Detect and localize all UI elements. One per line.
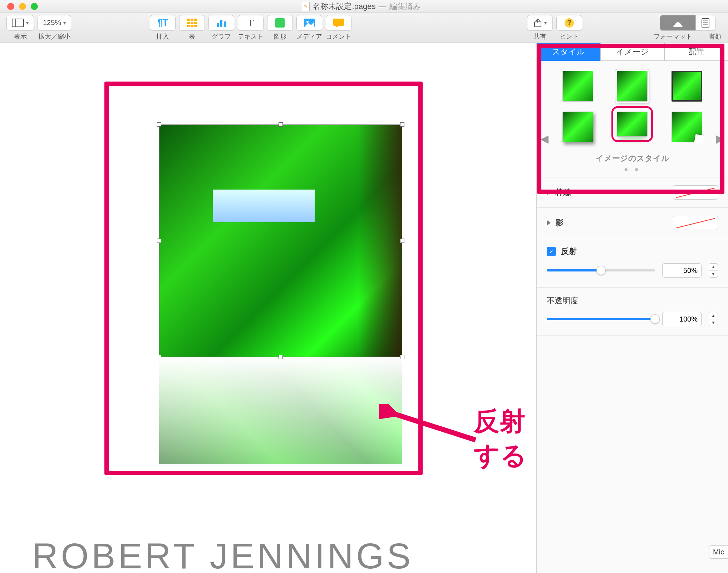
disclosure-triangle-icon <box>547 190 551 195</box>
svg-rect-0 <box>12 19 24 27</box>
tab-style[interactable]: スタイル <box>537 43 600 61</box>
stepper-down-icon[interactable]: ▼ <box>709 319 718 326</box>
zoom-value: 125% <box>43 19 61 27</box>
style-thumb-reflection[interactable] <box>617 112 648 137</box>
text-label: テキスト <box>238 32 264 41</box>
slider-knob[interactable] <box>596 266 606 275</box>
stepper-up-icon[interactable]: ▲ <box>709 264 718 271</box>
chevron-down-icon: ▾ <box>26 20 29 26</box>
format-button[interactable] <box>660 15 695 31</box>
image-styles-panel: ◀ ▶ イメージのスタイル ● ● <box>537 61 728 177</box>
window-title: ✎ 名称未設定.pages — 編集済み <box>38 1 685 12</box>
insert-label: 挿入 <box>156 32 169 41</box>
border-section[interactable]: 枠線 <box>537 177 728 207</box>
style-thumb-curl[interactable] <box>672 112 702 142</box>
opacity-slider[interactable] <box>547 318 655 320</box>
resize-handle-mr[interactable] <box>400 239 404 243</box>
view-button[interactable]: ▾ <box>6 15 34 31</box>
style-thumb-framed[interactable] <box>617 71 648 102</box>
share-label: 共有 <box>533 32 546 41</box>
opacity-slider-row: 100% ▲▼ <box>537 308 728 336</box>
stepper-up-icon[interactable]: ▲ <box>709 312 718 319</box>
media-button[interactable] <box>296 15 322 31</box>
inspector-tabs: スタイル イメージ 配置 <box>537 43 728 61</box>
chart-button[interactable] <box>208 15 234 31</box>
insert-button[interactable]: ¶T <box>150 15 176 31</box>
chevron-down-icon: ▾ <box>544 20 547 26</box>
svg-rect-15 <box>674 26 682 27</box>
shape-label: 図形 <box>274 32 286 41</box>
svg-rect-7 <box>217 23 219 27</box>
share-button[interactable]: ▾ <box>527 15 553 31</box>
style-thumb-shadow[interactable] <box>562 112 593 142</box>
resize-handle-tl[interactable] <box>157 122 161 127</box>
resize-handle-bm[interactable] <box>279 355 283 359</box>
resize-handle-bl[interactable] <box>157 355 161 359</box>
shadow-section[interactable]: 影 <box>537 207 728 238</box>
toolbar: ▾ 表示 125% ▾ 拡大／縮小 ¶T挿入 表 グラフ Tテキスト 図形 メデ… <box>0 13 728 43</box>
styles-page-dots[interactable]: ● ● <box>543 165 722 173</box>
window-titlebar: ✎ 名称未設定.pages — 編集済み <box>0 0 728 13</box>
comment-button[interactable] <box>326 15 351 31</box>
reflection-label: 反射 <box>561 246 577 257</box>
table-label: 表 <box>189 32 195 41</box>
shadow-swatch-none[interactable] <box>673 216 718 230</box>
reflection-slider-row: 50% ▲▼ <box>537 260 728 287</box>
resize-handle-br[interactable] <box>400 355 404 359</box>
reflection-slider[interactable] <box>547 269 655 271</box>
document-canvas[interactable]: ROBERT JENNINGS 反射する <box>0 43 536 573</box>
tab-arrange[interactable]: 配置 <box>664 43 728 61</box>
styles-next-button[interactable]: ▶ <box>716 132 724 145</box>
document-button[interactable] <box>695 15 715 31</box>
minimize-window-button[interactable] <box>19 3 26 10</box>
view-label: 表示 <box>14 32 27 41</box>
traffic-lights <box>0 3 38 10</box>
reflection-stepper[interactable]: ▲▼ <box>709 263 718 278</box>
stepper-down-icon[interactable]: ▼ <box>709 271 718 278</box>
opacity-value-field[interactable]: 100% <box>662 312 702 326</box>
zoom-window-button[interactable] <box>31 3 38 10</box>
zoom-group: 125% ▾ 拡大／縮小 <box>38 15 71 41</box>
hint-button[interactable]: ? <box>556 15 582 31</box>
style-thumb-plain[interactable] <box>562 71 593 102</box>
tab-image[interactable]: イメージ <box>600 43 664 61</box>
image-reflection <box>159 357 402 464</box>
selected-image[interactable] <box>159 124 402 357</box>
slider-knob[interactable] <box>650 314 660 324</box>
document-icon: ✎ <box>302 2 310 11</box>
reflection-value-field[interactable]: 50% <box>662 263 702 278</box>
table-button[interactable] <box>179 15 205 31</box>
svg-rect-16 <box>702 19 709 27</box>
chart-label: グラフ <box>212 32 231 41</box>
svg-rect-9 <box>224 21 226 27</box>
media-label: メディア <box>296 32 322 41</box>
styles-prev-button[interactable]: ◀ <box>540 132 549 145</box>
corner-badge[interactable]: Mic <box>709 545 728 559</box>
svg-rect-10 <box>275 18 285 28</box>
document-edited-status: 編集済み <box>389 1 421 12</box>
format-doc-group: フォーマット 書類 <box>654 15 722 41</box>
page-heading: ROBERT JENNINGS <box>32 535 413 573</box>
format-inspector: スタイル イメージ 配置 ◀ ▶ イメージのスタイル ● ● 枠線 影 <box>536 43 728 573</box>
hint-label: ヒント <box>560 32 579 41</box>
title-separator: — <box>379 2 387 11</box>
svg-rect-2 <box>187 19 197 27</box>
document-label: 書類 <box>709 32 722 41</box>
border-label: 枠線 <box>556 187 571 198</box>
resize-handle-ml[interactable] <box>157 239 161 243</box>
format-label: フォーマット <box>654 32 692 41</box>
zoom-button[interactable]: 125% ▾ <box>38 15 71 31</box>
opacity-stepper[interactable]: ▲▼ <box>709 312 718 326</box>
resize-handle-tr[interactable] <box>400 122 404 127</box>
border-swatch-none[interactable] <box>673 185 718 200</box>
text-button[interactable]: T <box>238 15 264 31</box>
opacity-label: 不透明度 <box>537 287 728 308</box>
shape-button[interactable] <box>267 15 293 31</box>
style-thumb-border[interactable] <box>672 71 702 102</box>
reflection-section-header: ✓ 反射 <box>537 238 728 260</box>
reflection-checkbox[interactable]: ✓ <box>547 247 556 256</box>
resize-handle-tm[interactable] <box>279 122 283 127</box>
image-content <box>159 124 402 357</box>
view-group: ▾ 表示 <box>6 15 34 41</box>
close-window-button[interactable] <box>7 3 14 10</box>
